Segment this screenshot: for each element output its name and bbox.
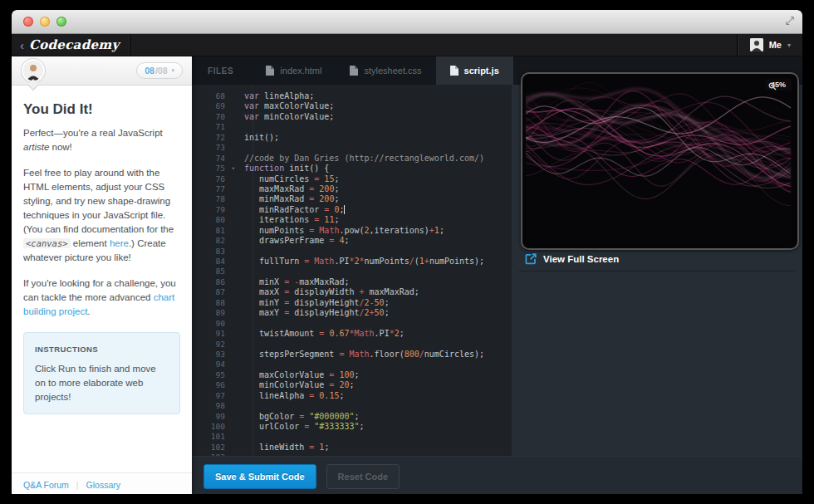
code-line[interactable]: 92 <box>192 340 512 350</box>
canvas-art <box>526 77 792 243</box>
code-line[interactable]: 91 twistAmount = 0.67*Math.PI*2; <box>192 329 512 339</box>
code-line[interactable]: 72init(); <box>192 133 512 143</box>
code-line[interactable]: 80 iterations = 11; <box>192 215 512 225</box>
code-chip: <canvas> <box>23 238 71 248</box>
line-number: 70 <box>192 112 225 122</box>
code-line[interactable]: 89 maxY = displayHeight/2+50; <box>192 308 512 318</box>
code-line[interactable]: 94 <box>192 360 512 369</box>
line-number: 96 <box>192 380 225 390</box>
user-avatar <box>750 38 763 51</box>
minimize-window-button[interactable] <box>40 17 50 27</box>
preview-panel: 45% View Full Screen <box>512 85 802 456</box>
line-number: 100 <box>192 422 225 432</box>
tab-script-js[interactable]: script.js <box>436 56 513 85</box>
view-full-screen-button[interactable]: View Full Screen <box>525 253 619 265</box>
zoom-level-badge[interactable]: 45% <box>765 79 792 91</box>
lesson-copy: You Did It! Perfect—you're a real JavaSc… <box>12 86 192 414</box>
code-line[interactable]: 102 lineWidth = 1; <box>192 443 512 453</box>
indent-guide <box>253 85 253 456</box>
lesson-paragraph: Feel free to play around with the HTML e… <box>23 166 180 265</box>
code-line[interactable]: 85 <box>192 267 512 276</box>
line-number: 78 <box>192 194 225 204</box>
code-line[interactable]: 82 drawsPerFrame = 4; <box>192 236 512 246</box>
user-menu[interactable]: Me ▾ <box>738 34 802 56</box>
code-line[interactable]: 77 maxMaxRad = 200; <box>192 184 512 194</box>
code-line[interactable]: 83 <box>192 247 512 257</box>
file-icon <box>266 66 274 76</box>
line-number: 99 <box>192 412 225 422</box>
reset-code-button[interactable]: Reset Code <box>326 464 400 489</box>
code-line[interactable]: 70var minColorValue; <box>192 112 512 122</box>
code-line[interactable]: 100 urlColor = "#333333"; <box>192 422 512 432</box>
fullscreen-icon[interactable]: ⤢ <box>786 14 794 27</box>
code-line[interactable]: 68var lineAlpha; <box>192 91 512 101</box>
page-title: You Did It! <box>23 102 180 116</box>
code-line[interactable]: 95 maxColorValue = 100; <box>192 370 512 380</box>
tab-index-html[interactable]: index.html <box>252 56 336 85</box>
line-number: 74 <box>192 154 225 164</box>
line-number: 97 <box>192 391 225 401</box>
progress-total: /08 <box>155 66 168 76</box>
progress-current: 08 <box>145 66 154 76</box>
code-line[interactable]: 81 numPoints = Math.pow(2,iterations)+1; <box>192 226 512 236</box>
codecademy-logo[interactable]: ‹ Codecademy <box>12 34 130 56</box>
code-line[interactable]: 101 <box>192 432 512 442</box>
code-line[interactable]: 87 maxX = displayWidth + maxMaxRad; <box>192 287 512 297</box>
app-window: ⤢ ‹ Codecademy Me ▾ 08/08▾ <box>12 10 802 494</box>
tab-stylesheet-css[interactable]: stylesheet.css <box>336 56 435 85</box>
glossary-link[interactable]: Glossary <box>86 480 120 490</box>
code-line[interactable]: 97 lineAlpha = 0.15; <box>192 391 512 401</box>
code-line[interactable]: 103 <box>192 453 512 456</box>
line-number: 94 <box>192 360 225 369</box>
inline-link[interactable]: chart building project <box>23 292 174 316</box>
line-number: 103 <box>192 453 225 456</box>
save-submit-button[interactable]: Save & Submit Code <box>204 464 316 489</box>
line-number: 82 <box>192 236 225 246</box>
tab-label: index.html <box>280 66 321 76</box>
progress-badge[interactable]: 08/08▾ <box>136 62 183 79</box>
line-number: 93 <box>192 350 225 360</box>
code-line[interactable]: 84 fullTurn = Math.PI*2*numPoints/(1+num… <box>192 257 512 267</box>
line-number: 72 <box>192 133 225 143</box>
code-editor[interactable]: 68var lineAlpha;69var maxColorValue;70va… <box>192 85 512 456</box>
code-line[interactable]: 90 <box>192 319 512 329</box>
close-window-button[interactable] <box>23 17 33 27</box>
qa-forum-link[interactable]: Q&A Forum <box>23 480 69 490</box>
code-line[interactable]: 86 minX = -maxMaxRad; <box>192 277 512 287</box>
code-line[interactable]: 78 minMaxRad = 200; <box>192 194 512 204</box>
text-cursor <box>344 205 345 214</box>
code-line[interactable]: 79 minRadFactor = 0; <box>192 205 512 215</box>
line-number: 89 <box>192 308 225 318</box>
lesson-sidebar: 08/08▾ You Did It! Perfect—you're a real… <box>12 56 192 494</box>
code-line[interactable]: 98 <box>192 401 512 411</box>
workspace: FILES index.htmlstylesheet.cssscript.js … <box>192 56 802 494</box>
file-icon <box>450 66 458 76</box>
fold-toggle-icon[interactable]: ▾ <box>232 164 235 174</box>
tab-label: stylesheet.css <box>364 66 421 76</box>
code-line[interactable]: 73 <box>192 143 512 153</box>
code-line[interactable]: 71 <box>192 122 512 132</box>
code-line[interactable]: 76 numCircles = 15; <box>192 174 512 184</box>
code-line[interactable]: 74//code by Dan Gries (http://rectanglew… <box>192 154 512 164</box>
line-number: 101 <box>192 432 225 442</box>
line-number: 77 <box>192 184 225 194</box>
line-number: 75▾ <box>192 164 225 174</box>
preview-frame: 45% <box>521 72 799 250</box>
line-number: 86 <box>192 277 225 287</box>
panel-divider <box>519 271 795 272</box>
avatar[interactable] <box>23 61 43 81</box>
code-line[interactable]: 99 bgColor = "#000000"; <box>192 412 512 422</box>
code-line[interactable]: 96 minColorValue = 20; <box>192 380 512 390</box>
chevron-down-icon: ▾ <box>787 42 791 49</box>
inline-link[interactable]: here <box>110 238 129 248</box>
code-line[interactable]: 88 minY = displayHeight/2-50; <box>192 298 512 308</box>
code-line[interactable]: 75▾function init() { <box>192 164 512 174</box>
line-number: 69 <box>192 101 225 111</box>
zoom-window-button[interactable] <box>56 17 66 27</box>
code-line[interactable]: 93 stepsPerSegment = Math.floor(800/numC… <box>192 350 512 360</box>
file-icon <box>350 66 358 76</box>
line-number: 80 <box>192 215 225 225</box>
user-menu-label: Me <box>769 40 782 50</box>
code-line[interactable]: 69var maxColorValue; <box>192 101 512 111</box>
line-number: 84 <box>192 257 225 267</box>
